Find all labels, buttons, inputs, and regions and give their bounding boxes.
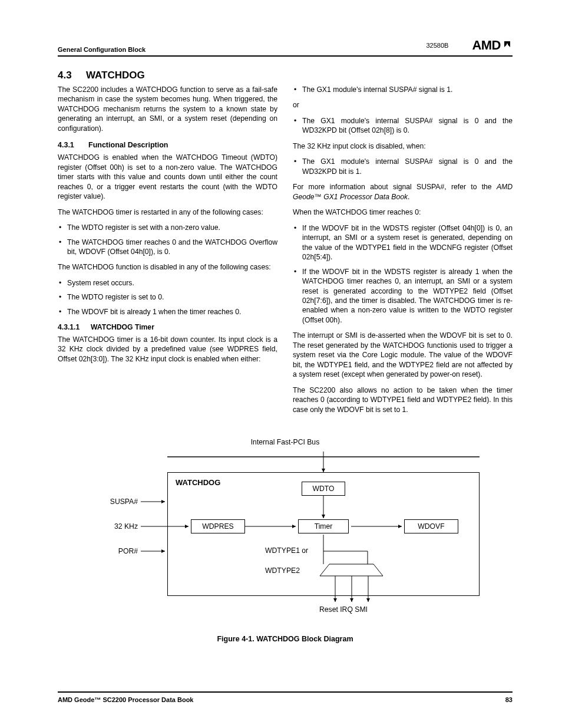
- bullet: The WATCHDOG timer reaches 0 and the WAT…: [58, 238, 277, 257]
- bullet: The GX1 module's internal SUSPA# signal …: [293, 85, 513, 94]
- bus-label: Internal Fast-PCI Bus: [58, 438, 513, 446]
- wdto-box: WDTO: [302, 482, 345, 496]
- bullet: The GX1 module's internal SUSPA# signal …: [293, 116, 513, 136]
- p-431-2: The WATCHDOG timer is restarted in any o…: [58, 207, 277, 217]
- outputs-label: Reset IRQ SMI: [319, 605, 368, 614]
- bullet: If the WDOVF bit in the WDSTS register i…: [293, 267, 513, 325]
- p-431-1: WATCHDOG is enabled when the WATCHDOG Ti…: [58, 153, 277, 201]
- p-431-3: The WATCHDOG function is disabled in any…: [58, 262, 277, 272]
- figure-caption: Figure 4-1. WATCHDOG Block Diagram: [58, 635, 513, 643]
- wdtype1-label: WDTYPE1 or: [265, 546, 308, 555]
- bullet: The WDTO register is set to 0.: [58, 292, 277, 302]
- p-col2-3: When the WATCHDOG timer reaches 0:: [293, 207, 513, 217]
- 32khz-label: 32 KHz: [107, 522, 138, 531]
- p-col2-2: For more information about signal SUSPA#…: [293, 182, 513, 202]
- wdovf-box: WDOVF: [404, 519, 458, 533]
- p-col2-4: The interrupt or SMI is de-asserted when…: [293, 331, 513, 379]
- suspa-label: SUSPA#: [104, 498, 138, 506]
- intro-paragraph: The SC2200 includes a WATCHDOG function …: [58, 85, 277, 133]
- amd-logo: AMD: [472, 38, 513, 53]
- header-docnum: 32580B: [426, 42, 448, 49]
- block-title: WATCHDOG: [176, 478, 220, 487]
- subhead-4311: 4.3.1.1WATCHDOG Timer: [58, 322, 277, 332]
- or-text: or: [293, 100, 513, 110]
- page-number: 83: [505, 696, 513, 703]
- section-title: 4.3WATCHDOG: [58, 70, 513, 81]
- footer-left: AMD Geode™ SC2200 Processor Data Book: [58, 696, 193, 703]
- p-4311-1: The WATCHDOG timer is a 16-bit down coun…: [58, 335, 277, 364]
- amd-arrow-icon: [502, 38, 513, 53]
- bullet: The GX1 module's internal SUSPA# signal …: [293, 157, 513, 176]
- bullet: System reset occurs.: [58, 278, 277, 288]
- figure-4-1: Internal Fast-PCI Bus: [58, 438, 513, 643]
- wdpres-box: WDPRES: [191, 519, 245, 533]
- bullet: The WDTO register is set with a non-zero…: [58, 223, 277, 232]
- bullet: The WDOVF bit is already 1 when the time…: [58, 307, 277, 317]
- subhead-431: 4.3.1Functional Description: [58, 140, 277, 150]
- wdtype2-label: WDTYPE2: [265, 566, 300, 575]
- bullet: If the WDOVF bit in the WDSTS register (…: [293, 223, 513, 262]
- p-col2-1: The 32 KHz input clock is disabled, when…: [293, 141, 513, 151]
- por-label: POR#: [113, 547, 138, 555]
- p-col2-5: The SC2200 also allows no action to be t…: [293, 386, 513, 414]
- timer-box: Timer: [298, 519, 349, 533]
- header-section: General Configuration Block: [58, 46, 146, 53]
